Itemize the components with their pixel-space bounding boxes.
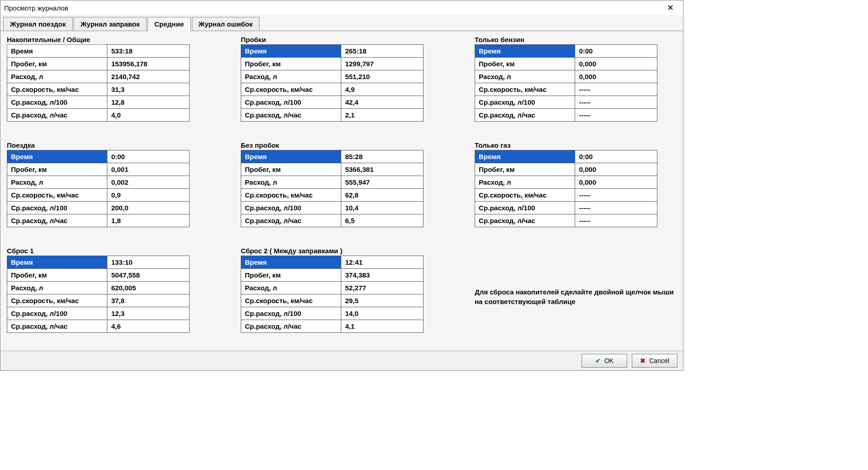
cross-icon: ✖: [640, 357, 646, 364]
row-value: 0,002: [107, 176, 190, 189]
row-label: Ср.расход, л/час: [475, 214, 575, 227]
tab-trips-log[interactable]: Журнал поездок: [3, 17, 73, 31]
row-label: Ср.расход, л/100: [7, 307, 107, 320]
row-value: 0:00: [107, 150, 190, 163]
row-label: Время: [7, 256, 107, 269]
row-label: Расход, л: [475, 70, 575, 83]
block-title: Без пробок: [241, 141, 443, 149]
row-value: 5047,558: [107, 269, 190, 282]
row-label: Ср.скорость, км/час: [241, 294, 341, 307]
block-reset1[interactable]: Сброс 1 Время133:10 Пробег, км5047,558 Р…: [7, 247, 209, 346]
block-title: Накопительные / Общие: [7, 36, 209, 43]
row-label: Ср.расход, л/час: [241, 320, 341, 333]
row-label: Пробег, км: [475, 58, 575, 70]
row-label: Ср.расход, л/час: [7, 320, 107, 333]
stat-table: Время85:28 Пробег, км5366,381 Расход, л5…: [241, 150, 423, 227]
row-value: 4,0: [107, 109, 190, 122]
row-value: 62,8: [341, 189, 423, 202]
block-title: Только газ: [475, 141, 677, 149]
row-value: 1299,797: [341, 58, 423, 70]
content-grid: Накопительные / Общие Время533:18 Пробег…: [0, 31, 683, 351]
row-value: 14,0: [341, 307, 423, 320]
window-title: Просмотр журналов: [4, 4, 661, 12]
block-trip[interactable]: Поездка Время0:00 Пробег, км0,001 Расход…: [7, 141, 209, 240]
row-label: Ср.расход, л/час: [241, 214, 341, 227]
cancel-button-label: Cancel: [649, 357, 669, 364]
row-label: Ср.расход, л/час: [241, 109, 341, 122]
row-value: -----: [575, 109, 657, 122]
stat-table: Время133:10 Пробег, км5047,558 Расход, л…: [7, 256, 190, 333]
footer-bar: ✔ OK ✖ Cancel: [0, 351, 683, 370]
logs-window: Просмотр журналов ✕ Журнал поездок Журна…: [0, 0, 683, 371]
row-value: 29,5: [341, 294, 423, 307]
row-label: Ср.расход, л/час: [475, 109, 575, 122]
block-reset2[interactable]: Сброс 2 ( Между заправками ) Время12:41 …: [241, 247, 443, 346]
row-label: Время: [7, 150, 107, 163]
row-value: 0,000: [575, 70, 657, 83]
row-label: Ср.расход, л/100: [475, 202, 575, 214]
titlebar: Просмотр журналов ✕: [0, 0, 683, 15]
row-label: Ср.скорость, км/час: [475, 189, 575, 202]
tabs-bar: Журнал поездок Журнал заправок Средние Ж…: [0, 15, 683, 31]
row-value: 4,6: [107, 320, 190, 333]
ok-button[interactable]: ✔ OK: [582, 354, 627, 368]
tab-refuel-log[interactable]: Журнал заправок: [74, 17, 147, 31]
block-cumulative[interactable]: Накопительные / Общие Время533:18 Пробег…: [7, 36, 209, 135]
row-value: 555,947: [341, 176, 423, 189]
block-petrol[interactable]: Только бензин Время0:00 Пробег, км0,000 …: [475, 36, 677, 135]
row-value: 85:28: [341, 150, 423, 163]
close-button[interactable]: ✕: [661, 1, 679, 14]
row-value: 620,005: [107, 282, 190, 294]
row-value: 5366,381: [341, 163, 423, 176]
row-value: -----: [575, 214, 657, 227]
block-title: Поездка: [7, 141, 209, 149]
row-value: 0,000: [575, 163, 657, 176]
row-value: 533:18: [107, 45, 190, 58]
block-no-traffic[interactable]: Без пробок Время85:28 Пробег, км5366,381…: [241, 141, 443, 240]
row-label: Ср.скорость, км/час: [7, 294, 107, 307]
block-title: Только бензин: [475, 36, 677, 43]
row-value: -----: [575, 96, 657, 109]
row-label: Расход, л: [241, 282, 341, 294]
row-label: Ср.расход, л/100: [241, 96, 341, 109]
row-label: Время: [241, 150, 341, 163]
tab-errors-log[interactable]: Журнал ошибок: [192, 17, 260, 31]
row-value: 0,000: [575, 58, 657, 70]
row-label: Ср.скорость, км/час: [241, 189, 341, 202]
row-value: 0,9: [107, 189, 190, 202]
row-label: Пробег, км: [475, 163, 575, 176]
stat-table: Время265:18 Пробег, км1299,797 Расход, л…: [241, 44, 423, 122]
row-label: Ср.расход, л/100: [475, 96, 575, 109]
row-value: -----: [575, 202, 657, 214]
row-label: Пробег, км: [7, 163, 107, 176]
close-icon: ✕: [667, 3, 674, 13]
row-value: 2,1: [341, 109, 423, 122]
stat-table: Время12:41 Пробег, км374,383 Расход, л52…: [241, 256, 423, 333]
row-label: Ср.скорость, км/час: [7, 189, 107, 202]
row-label: Расход, л: [7, 70, 107, 83]
row-label: Ср.скорость, км/час: [241, 83, 341, 96]
stat-table: Время0:00 Пробег, км0,000 Расход, л0,000…: [475, 150, 657, 227]
row-label: Ср.расход, л/100: [7, 202, 107, 214]
row-label: Пробег, км: [241, 269, 341, 282]
row-value: 1,8: [107, 214, 190, 227]
row-value: 0:00: [575, 45, 657, 58]
tab-averages[interactable]: Средние: [148, 17, 191, 31]
row-label: Ср.расход, л/100: [241, 307, 341, 320]
row-value: 4,1: [341, 320, 423, 333]
row-label: Ср.расход, л/100: [7, 96, 107, 109]
row-label: Пробег, км: [7, 269, 107, 282]
block-title: Пробки: [241, 36, 443, 43]
row-label: Ср.расход, л/час: [7, 214, 107, 227]
block-gas[interactable]: Только газ Время0:00 Пробег, км0,000 Рас…: [475, 141, 677, 240]
row-value: 374,383: [341, 269, 423, 282]
cancel-button[interactable]: ✖ Cancel: [632, 354, 677, 368]
block-title: Сброс 1: [7, 247, 209, 255]
block-traffic[interactable]: Пробки Время265:18 Пробег, км1299,797 Ра…: [241, 36, 443, 135]
row-value: 2140,742: [107, 70, 190, 83]
row-value: 0,001: [107, 163, 190, 176]
row-label: Расход, л: [475, 176, 575, 189]
row-value: 153956,178: [107, 58, 190, 70]
row-label: Расход, л: [7, 282, 107, 294]
block-title: Сброс 2 ( Между заправками ): [241, 247, 443, 255]
